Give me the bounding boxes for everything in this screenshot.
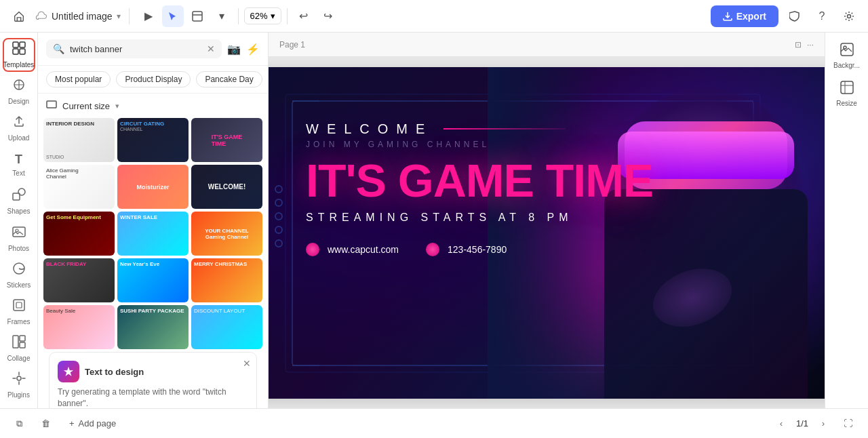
current-size-selector[interactable]: Current size ▾ — [38, 94, 268, 118]
delete-page-button[interactable]: 🗑 — [36, 416, 56, 431]
plugins-icon — [12, 372, 26, 389]
ttd-close-button[interactable]: ✕ — [243, 358, 251, 369]
sidebar-item-stickers[interactable]: Stickers — [3, 258, 35, 292]
template-thumb[interactable]: CIRCUIT GATING CHANNEL — [117, 118, 189, 162]
page-label: Page 1 — [279, 40, 305, 49]
filter-pancake-day[interactable]: Pancake Day — [196, 71, 262, 87]
canvas-content: WELCOME JOIN MY GAMING CHANNEL IT'S GAME… — [269, 67, 825, 399]
fullscreen-button[interactable]: ⛶ — [838, 414, 857, 433]
sidebar-item-templates[interactable]: Templates — [3, 38, 35, 72]
template-thumb[interactable]: Moisturizer — [117, 165, 189, 209]
filter-most-popular[interactable]: Most popular — [46, 71, 111, 87]
cursor-button[interactable] — [162, 5, 184, 27]
resize-button[interactable]: Resize — [829, 76, 865, 111]
more-icon[interactable]: ··· — [807, 40, 814, 49]
search-filter-icon[interactable]: ⚡ — [246, 43, 260, 56]
redo-button[interactable]: ↪ — [317, 5, 339, 27]
copy-page-button[interactable]: ⧉ — [11, 416, 28, 432]
filter-product-display[interactable]: Product Display — [116, 71, 191, 87]
sidebar-item-photos[interactable]: Photos — [3, 222, 35, 256]
zoom-control[interactable]: 62% ▾ — [244, 7, 281, 24]
template-thumb[interactable]: Alice GamingChannel — [43, 165, 115, 209]
svg-point-25 — [275, 199, 282, 206]
bottom-right: ‹ 1/1 › ⛶ — [772, 414, 857, 433]
sidebar-item-shapes[interactable]: Shapes — [3, 185, 35, 219]
template-thumb[interactable]: DISCOUNT LAYOUT — [191, 305, 262, 349]
templates-icon — [12, 41, 26, 58]
copy-page-icon: ⧉ — [16, 418, 22, 429]
help-button[interactable]: ? — [811, 5, 833, 27]
add-page-button[interactable]: + Add page — [64, 416, 121, 431]
export-button[interactable]: Export — [711, 5, 778, 27]
resize-icon — [840, 81, 854, 98]
shield-button[interactable] — [784, 5, 806, 27]
sidebar: Templates Design Upload T Text Shapes — [0, 33, 38, 408]
template-thumb[interactable]: Beauty Sale — [43, 305, 115, 349]
right-panel: Backgr... Resize — [825, 33, 868, 408]
document-title: Untitled image — [52, 11, 113, 22]
svg-rect-0 — [193, 12, 202, 21]
svg-rect-10 — [13, 227, 25, 237]
settings-button[interactable] — [838, 5, 860, 27]
template-thumb[interactable]: WINTER SALE — [117, 212, 189, 256]
sidebar-item-plugins[interactable]: Plugins — [3, 369, 35, 403]
templates-panel: 🔍 ✕ 📷 ⚡ Most popular Product Display Pan… — [38, 33, 269, 408]
template-thumb[interactable]: INTERIOR DESIGN STUDIO — [43, 118, 115, 162]
search-input[interactable] — [70, 44, 201, 54]
next-page-button[interactable]: › — [814, 414, 833, 433]
expand-icon[interactable]: ⊡ — [795, 40, 802, 49]
ttd-header: Text to design — [58, 361, 248, 382]
photos-icon — [12, 225, 26, 242]
svg-point-28 — [275, 240, 282, 247]
add-page-label: Add page — [79, 418, 117, 429]
add-page-icon: + — [69, 418, 75, 429]
sidebar-item-upload[interactable]: Upload — [3, 112, 35, 146]
template-thumb[interactable]: BLACK FRIDAY — [43, 258, 115, 302]
play-button[interactable]: ▶ — [138, 5, 159, 27]
template-thumb[interactable]: YOUR CHANNELGaming Channel — [191, 212, 262, 256]
text-label: Text — [12, 170, 24, 178]
sidebar-item-text[interactable]: T Text — [3, 148, 35, 182]
template-thumb[interactable]: New Year's Eve — [117, 258, 189, 302]
prev-page-button[interactable]: ‹ — [772, 414, 791, 433]
zoom-chevron-icon: ▾ — [271, 11, 275, 21]
design-label: Design — [8, 98, 29, 106]
template-row-5: Beauty Sale SUSHI PARTY PACKAGE DISCOUNT… — [43, 305, 262, 349]
sidebar-item-collage[interactable]: Collage — [3, 332, 35, 366]
search-clear-icon[interactable]: ✕ — [207, 43, 215, 54]
design-icon — [12, 78, 26, 95]
website: www.capcut.com — [328, 244, 399, 255]
home-button[interactable] — [8, 5, 30, 27]
template-thumb[interactable]: IT'S GAMETIME — [191, 118, 262, 162]
layout-button[interactable] — [186, 5, 208, 27]
text-icon: T — [15, 153, 22, 167]
search-camera-icon[interactable]: 📷 — [227, 43, 241, 56]
topbar: Untitled image ▾ ▶ ▾ 62% ▾ ↩ ↪ — [0, 0, 868, 33]
document-title-area[interactable]: Untitled image ▾ — [35, 10, 121, 22]
sidebar-item-design[interactable]: Design — [3, 75, 35, 108]
delete-page-icon: 🗑 — [41, 418, 50, 429]
undo-button[interactable]: ↩ — [293, 5, 315, 27]
search-box: 🔍 ✕ — [46, 39, 222, 58]
background-label: Backgr... — [833, 62, 860, 69]
upload-icon — [12, 115, 26, 132]
canvas-scroll[interactable]: WELCOME JOIN MY GAMING CHANNEL IT'S GAME… — [269, 57, 825, 408]
collage-label: Collage — [7, 355, 31, 363]
background-button[interactable]: Backgr... — [829, 38, 865, 73]
template-thumb[interactable]: WELCOME! — [191, 165, 262, 209]
shapes-icon — [12, 188, 26, 205]
size-icon — [46, 99, 57, 113]
svg-point-2 — [848, 14, 851, 18]
template-thumb[interactable]: MERRY CHRISTMAS — [191, 258, 262, 302]
svg-rect-6 — [20, 49, 25, 54]
ttd-description: Try generating a template with the word … — [58, 386, 248, 408]
template-thumb[interactable]: SUSHI PARTY PACKAGE — [117, 305, 189, 349]
design-canvas[interactable]: WELCOME JOIN MY GAMING CHANNEL IT'S GAME… — [269, 67, 825, 399]
templates-label: Templates — [3, 61, 35, 69]
template-thumb[interactable]: Get Some Equipment — [43, 212, 115, 256]
layout-chevron-button[interactable]: ▾ — [211, 5, 233, 27]
sidebar-item-frames[interactable]: Frames — [3, 295, 35, 329]
canvas-area: Page 1 ⊡ ··· — [269, 33, 825, 408]
svg-point-9 — [18, 188, 25, 195]
svg-rect-13 — [16, 302, 22, 308]
